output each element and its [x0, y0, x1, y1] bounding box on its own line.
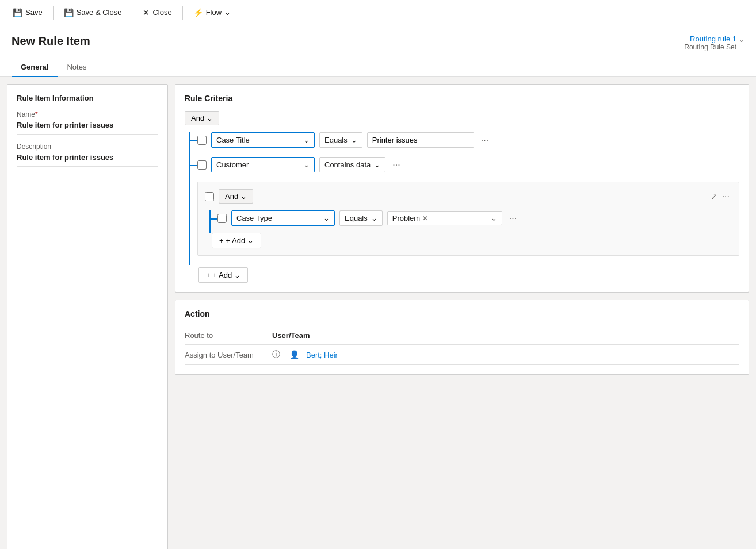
nested-add-button[interactable]: + + Add ⌄	[212, 233, 261, 248]
description-label: Description	[17, 143, 158, 151]
case-type-select[interactable]: Case Type ⌄	[231, 210, 335, 226]
main-content: Rule Item Information Name* Rule item fo…	[0, 77, 756, 549]
nested-add-chevron-icon: ⌄	[247, 236, 254, 245]
save-close-button[interactable]: 💾 Save & Close	[58, 5, 128, 20]
nested-group: And ⌄ ⤢ ···	[197, 182, 739, 256]
required-star: *	[35, 110, 38, 118]
problem-tag-label: Problem	[392, 214, 420, 222]
case-title-select[interactable]: Case Title ⌄	[211, 132, 315, 148]
name-field-group: Name* Rule item for printer issues	[17, 110, 158, 135]
criteria-checkbox-1[interactable]	[197, 136, 207, 145]
flow-icon: ⚡	[193, 8, 203, 17]
nested-criteria-outer: Case Type ⌄ Equals ⌄	[205, 210, 732, 233]
nested-connector-1	[211, 218, 217, 220]
case-title-value-input[interactable]	[367, 132, 474, 148]
route-to-label: Route to	[185, 331, 265, 340]
flow-button[interactable]: ⚡ Flow ⌄	[188, 5, 236, 20]
toolbar-separator-1	[53, 6, 54, 20]
assign-label: Assign to User/Team	[185, 351, 265, 359]
top-add-button[interactable]: + + Add ⌄	[198, 267, 248, 283]
toolbar-separator-3	[182, 6, 183, 20]
nested-add-plus-icon: +	[219, 236, 224, 245]
and-chevron-icon: ⌄	[207, 114, 213, 122]
routing-text-block: Routing rule 1 Routing Rule Set	[684, 34, 736, 51]
criteria-row-2: Customer ⌄ Contains data ⌄ ···	[190, 157, 739, 172]
criteria-outer: Case Title ⌄ Equals ⌄ ···	[185, 132, 739, 265]
name-label: Name*	[17, 110, 158, 118]
save-close-label: Save & Close	[77, 8, 122, 17]
connector-1	[190, 140, 197, 141]
routing-rule-link[interactable]: Routing rule 1	[690, 34, 736, 43]
tag-dropdown-arrow-icon[interactable]: ⌄	[491, 214, 497, 222]
contains-data-chevron-icon: ⌄	[374, 160, 380, 169]
rule-item-information-panel: Rule Item Information Name* Rule item fo…	[7, 84, 168, 549]
route-to-value: User/Team	[272, 331, 310, 340]
case-title-chevron-icon: ⌄	[303, 136, 310, 144]
tabs: General Notes	[12, 58, 744, 76]
nested-group-left: And ⌄	[205, 189, 253, 204]
close-label: Close	[152, 8, 171, 17]
nested-criteria-checkbox-1[interactable]	[217, 214, 227, 223]
rule-criteria-title: Rule Criteria	[185, 94, 739, 103]
nested-add-label: + Add	[226, 236, 246, 245]
nested-group-checkbox[interactable]	[205, 192, 214, 201]
nested-criteria-inner: Case Type ⌄ Equals ⌄	[211, 210, 732, 233]
problem-tag-chip: Problem ✕	[392, 214, 428, 222]
name-value[interactable]: Rule item for printer issues	[17, 121, 158, 135]
rule-criteria-panel: Rule Criteria And ⌄ Case Title	[175, 84, 749, 293]
contains-data-operator[interactable]: Contains data ⌄	[319, 157, 385, 172]
toolbar: 💾 Save 💾 Save & Close ✕ Close ⚡ Flow ⌄	[0, 0, 756, 25]
assign-user-link[interactable]: Bert; Heir	[306, 351, 338, 359]
tab-general[interactable]: General	[12, 58, 58, 77]
nested-more-options-btn-row[interactable]: ···	[507, 212, 519, 225]
case-type-chevron-icon: ⌄	[323, 214, 330, 222]
nested-more-options-btn[interactable]: ···	[720, 190, 732, 203]
nested-and-label: And	[225, 192, 238, 201]
close-button[interactable]: ✕ Close	[137, 5, 177, 20]
problem-tag-close-icon[interactable]: ✕	[422, 214, 428, 222]
save-button[interactable]: 💾 Save	[7, 5, 48, 20]
header-area: New Rule Item Routing rule 1 Routing Rul…	[0, 25, 756, 77]
routing-chevron-icon[interactable]: ⌄	[739, 36, 744, 44]
save-label: Save	[25, 8, 43, 17]
routing-subtitle: Routing Rule Set	[684, 43, 736, 51]
tab-notes[interactable]: Notes	[58, 58, 96, 77]
criteria-checkbox-2[interactable]	[197, 160, 207, 170]
customer-chevron-icon: ⌄	[303, 160, 310, 169]
top-add-label: + Add	[213, 271, 232, 279]
save-close-icon: 💾	[64, 8, 74, 17]
close-icon: ✕	[143, 8, 150, 17]
more-options-btn-1[interactable]: ···	[479, 134, 491, 147]
description-value[interactable]: Rule item for printer issues	[17, 153, 158, 167]
collapse-icon[interactable]: ⤢	[711, 192, 717, 201]
routing-info: Routing rule 1 Routing Rule Set ⌄	[684, 34, 744, 51]
action-title: Action	[185, 309, 739, 318]
nested-add-area: + + Add ⌄	[205, 233, 732, 248]
criteria-row-1: Case Title ⌄ Equals ⌄ ···	[190, 132, 739, 148]
case-type-tag-value[interactable]: Problem ✕ ⌄	[387, 211, 502, 225]
criteria-inner: Case Title ⌄ Equals ⌄ ···	[190, 132, 739, 265]
nested-and-button[interactable]: And ⌄	[219, 189, 253, 204]
flow-label: Flow	[206, 8, 222, 17]
assign-user-row: Assign to User/Team ⓘ 👤 Bert; Heir	[185, 345, 739, 365]
equals-operator-1[interactable]: Equals ⌄	[319, 132, 362, 148]
and-label: And	[191, 114, 204, 122]
left-panel-title: Rule Item Information	[17, 94, 158, 102]
page-title: New Rule Item	[12, 34, 90, 48]
nested-group-right: ⤢ ···	[711, 190, 732, 203]
and-button[interactable]: And ⌄	[185, 111, 219, 125]
customer-select[interactable]: Customer ⌄	[211, 157, 315, 172]
top-add-area: + + Add ⌄	[185, 267, 739, 283]
route-to-row: Route to User/Team	[185, 327, 739, 345]
header-top: New Rule Item Routing rule 1 Routing Rul…	[12, 34, 744, 51]
connector-2	[190, 165, 197, 166]
nested-equals-chevron-icon: ⌄	[371, 214, 377, 222]
nested-equals-operator[interactable]: Equals ⌄	[339, 210, 383, 226]
top-add-plus-icon: +	[206, 271, 211, 279]
nested-criteria-row-1: Case Type ⌄ Equals ⌄	[211, 210, 732, 226]
nested-group-header: And ⌄ ⤢ ···	[205, 189, 732, 204]
top-add-chevron-icon: ⌄	[234, 271, 240, 279]
more-options-btn-2[interactable]: ···	[390, 159, 402, 171]
toolbar-separator-2	[132, 6, 132, 20]
assign-info-icon: ⓘ	[272, 350, 280, 360]
